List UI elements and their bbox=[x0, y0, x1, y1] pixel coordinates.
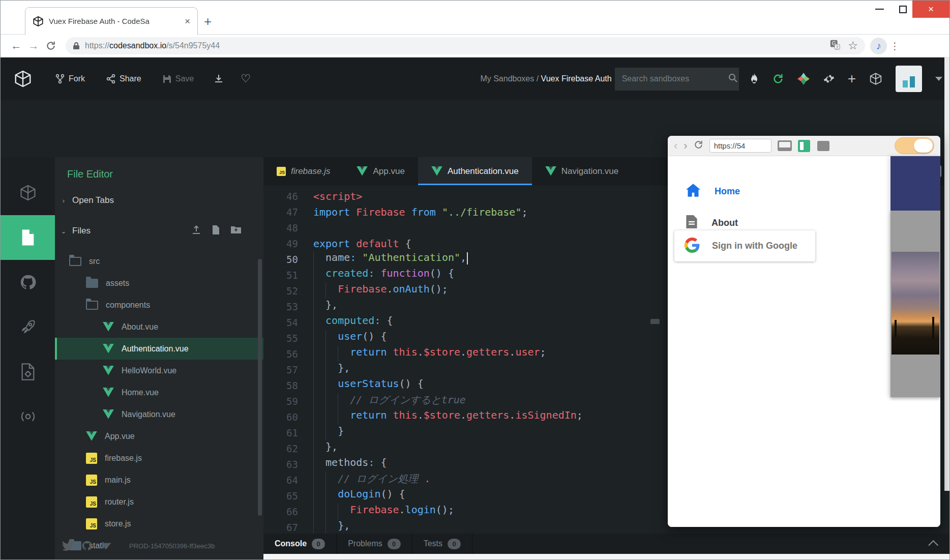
file-tree-item-about-vue[interactable]: About.vue bbox=[55, 316, 263, 338]
editor-tab-authentication-vue[interactable]: Authentication.vue bbox=[418, 157, 532, 185]
like-heart-icon[interactable]: ♡ bbox=[241, 72, 251, 85]
indent-guide bbox=[313, 346, 325, 362]
rail-live-icon[interactable] bbox=[1, 394, 55, 439]
collapse-console-chevron-icon[interactable] bbox=[928, 540, 938, 550]
browser-menu-icon[interactable]: ⋮ bbox=[890, 40, 900, 52]
refresh-preview-icon[interactable] bbox=[773, 73, 784, 84]
indent-guide bbox=[338, 393, 350, 409]
preview-menu-about[interactable]: About bbox=[686, 215, 738, 230]
preview-back-icon[interactable]: ‹ bbox=[674, 141, 677, 151]
file-tree-item-src[interactable]: src bbox=[55, 250, 263, 272]
browser-tab[interactable]: Vuex Firebase Auth - CodeSa × bbox=[25, 7, 198, 35]
my-sandboxes-cube-icon[interactable] bbox=[869, 72, 882, 85]
codesandbox-logo-icon[interactable] bbox=[14, 70, 32, 88]
editor-tab-label: Navigation.vue bbox=[561, 166, 618, 176]
fork-button[interactable]: Fork bbox=[55, 74, 85, 84]
sidebar-scrollbar[interactable] bbox=[258, 259, 262, 516]
code-token: { bbox=[374, 456, 387, 468]
github-icon[interactable] bbox=[81, 540, 93, 551]
close-window-button[interactable]: × bbox=[912, 1, 949, 18]
new-file-icon[interactable] bbox=[212, 225, 220, 237]
preview-split-view-icon[interactable] bbox=[798, 140, 810, 152]
code-token: this bbox=[393, 409, 418, 421]
console-tab-problems[interactable]: Problems0 bbox=[337, 534, 412, 554]
files-section[interactable]: ⌄ Files bbox=[55, 222, 263, 240]
download-icon[interactable] bbox=[214, 74, 223, 83]
feedback-icon[interactable] bbox=[100, 541, 111, 551]
code-token: . bbox=[460, 409, 466, 421]
user-menu-caret-icon[interactable] bbox=[935, 77, 942, 81]
back-button[interactable]: ← bbox=[8, 37, 25, 54]
profile-avatar[interactable]: ♪ bbox=[870, 38, 887, 54]
editor-tab-app-vue[interactable]: App.vue bbox=[343, 157, 418, 185]
google-signin-button[interactable]: Sign in with Google bbox=[674, 230, 815, 261]
file-tree-item-router-js[interactable]: JSrouter.js bbox=[55, 491, 263, 513]
editor-tab-label: Authentication.vue bbox=[448, 166, 519, 176]
preview-menu-home[interactable]: Home bbox=[686, 184, 740, 199]
new-sandbox-plus-icon[interactable]: + bbox=[848, 71, 856, 87]
share-button[interactable]: Share bbox=[106, 74, 141, 84]
file-tree-item-index-html[interactable]: index.html bbox=[55, 556, 263, 560]
twitter-icon[interactable] bbox=[62, 541, 74, 551]
preview-new-window-icon[interactable] bbox=[817, 141, 829, 151]
editor-tab-firebase-js[interactable]: JSfirebase.js bbox=[263, 157, 343, 185]
console-tab-console[interactable]: Console0 bbox=[263, 534, 337, 554]
save-button[interactable]: Save bbox=[163, 74, 194, 83]
indent-guide bbox=[325, 283, 338, 299]
indent-guide bbox=[325, 393, 338, 409]
vue-icon bbox=[545, 166, 556, 176]
code-token: doLogin bbox=[338, 488, 380, 500]
reload-button[interactable] bbox=[42, 37, 60, 54]
open-tabs-section[interactable]: › Open Tabs bbox=[55, 192, 263, 209]
file-tree-item-store-js[interactable]: JSstore.js bbox=[55, 513, 263, 535]
editor-scrollbar-thumb[interactable] bbox=[650, 319, 660, 324]
upload-file-icon[interactable] bbox=[192, 225, 201, 237]
file-tree-item-app-vue[interactable]: App.vue bbox=[55, 425, 263, 447]
preview-browser-view-icon[interactable] bbox=[778, 140, 792, 151]
line-number: 46 bbox=[263, 191, 298, 202]
search-sandboxes-box bbox=[615, 68, 739, 91]
new-tab-button[interactable]: + bbox=[204, 15, 212, 28]
forward-button[interactable]: → bbox=[25, 37, 42, 54]
file-tree-item-firebase-js[interactable]: JSfirebase.js bbox=[55, 447, 263, 469]
rail-sandbox-icon[interactable] bbox=[1, 170, 55, 215]
files-label: Files bbox=[72, 226, 91, 236]
code-token bbox=[374, 267, 380, 279]
responsive-toggle[interactable] bbox=[895, 137, 934, 154]
file-tree-item-authentication-vue[interactable]: Authentication.vue bbox=[55, 338, 263, 360]
file-tree-item-main-js[interactable]: JSmain.js bbox=[55, 469, 263, 491]
code-line-content: userStatus() { bbox=[298, 377, 424, 393]
rail-file-settings-icon[interactable] bbox=[1, 349, 55, 394]
code-token: "Authentication" bbox=[362, 251, 460, 263]
trending-flame-icon[interactable] bbox=[749, 73, 759, 85]
file-name: Navigation.vue bbox=[122, 410, 175, 419]
plugin-diamond-icon[interactable] bbox=[797, 72, 810, 85]
rail-github-icon[interactable] bbox=[1, 260, 55, 305]
file-tree-item-assets[interactable]: assets bbox=[55, 272, 263, 294]
preview-url-field[interactable]: https://54 bbox=[709, 139, 771, 153]
search-icon[interactable] bbox=[728, 73, 737, 84]
folder-icon bbox=[86, 279, 98, 288]
page-scrollbar[interactable] bbox=[944, 57, 949, 491]
search-input[interactable] bbox=[621, 74, 728, 84]
preview-forward-icon[interactable]: › bbox=[684, 141, 687, 151]
bookmark-star-icon[interactable]: ☆ bbox=[848, 39, 858, 52]
file-tree-item-helloworld-vue[interactable]: HelloWorld.vue bbox=[55, 360, 263, 381]
settings-gear-icon[interactable] bbox=[823, 73, 835, 84]
line-number: 57 bbox=[263, 364, 298, 375]
translate-icon[interactable]: G文 bbox=[829, 39, 841, 52]
rail-file-editor-icon[interactable] bbox=[1, 215, 55, 260]
console-tab-tests[interactable]: Tests0 bbox=[412, 534, 472, 554]
rail-deploy-rocket-icon[interactable] bbox=[1, 305, 55, 349]
new-folder-icon[interactable] bbox=[231, 225, 241, 237]
user-avatar[interactable] bbox=[896, 66, 922, 92]
file-tree-item-components[interactable]: components bbox=[55, 294, 263, 316]
close-tab-icon[interactable]: × bbox=[183, 16, 192, 27]
file-tree-item-navigation-vue[interactable]: Navigation.vue bbox=[55, 403, 263, 425]
editor-tab-navigation-vue[interactable]: Navigation.vue bbox=[532, 157, 632, 185]
file-tree-item-home-vue[interactable]: Home.vue bbox=[55, 381, 263, 403]
breadcrumb-parent[interactable]: My Sandboxes bbox=[480, 74, 534, 83]
preview-refresh-icon[interactable] bbox=[694, 140, 703, 152]
url-bar[interactable]: https://codesandbox.io/s/54n9575y44 G文 ☆ bbox=[66, 37, 865, 54]
indent-guide bbox=[325, 472, 338, 488]
